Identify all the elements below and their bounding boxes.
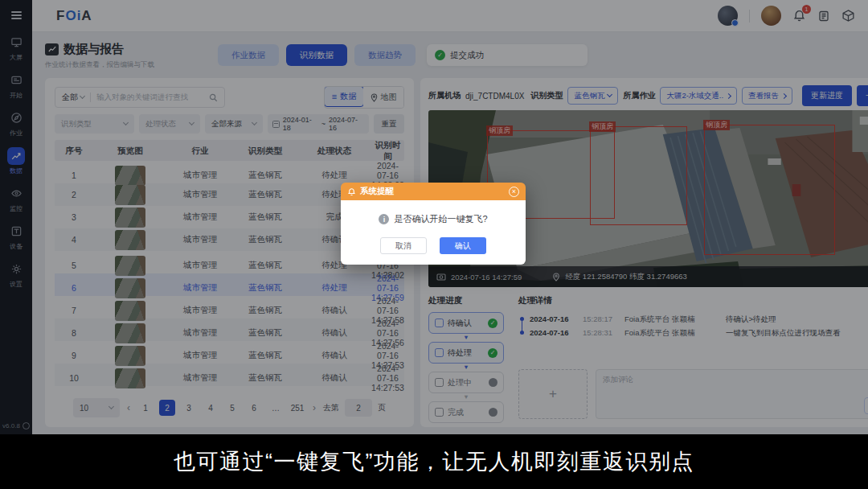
subtitle-text: 也可通过“一键复飞”功能，让无人机即刻重返识别点 xyxy=(174,447,694,476)
close-icon[interactable]: × xyxy=(509,187,519,197)
system-alert-modal: 系统提醒 × i 是否确认开始一键复飞? 取消 确认 xyxy=(341,183,526,265)
app-window: 大屏 开始 作业 数据 监控 xyxy=(0,0,868,489)
cancel-button[interactable]: 取消 xyxy=(380,237,427,254)
modal-message: 是否确认开始一键复飞? xyxy=(394,213,487,225)
bell-icon xyxy=(347,187,356,196)
modal-title: 系统提醒 xyxy=(360,186,394,197)
subtitle-bar: 也可通过“一键复飞”功能，让无人机即刻重返识别点 xyxy=(0,434,868,489)
confirm-button[interactable]: 确认 xyxy=(440,237,486,254)
info-icon: i xyxy=(379,214,389,224)
